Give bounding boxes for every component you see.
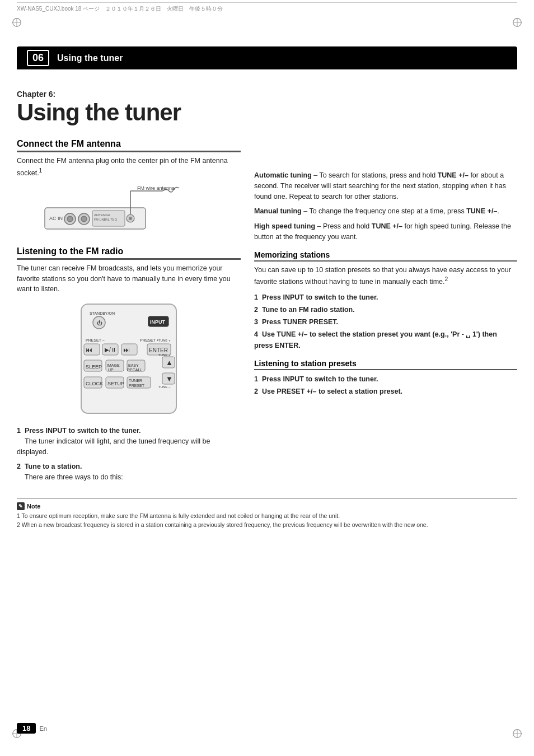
- step-1: 1 Press INPUT to switch to the tuner. Th…: [17, 426, 241, 457]
- svg-text:⏮: ⏮: [86, 346, 92, 354]
- svg-text:AC IN: AC IN: [49, 216, 63, 221]
- svg-text:TUNE +: TUNE +: [158, 339, 171, 342]
- right-column: Automatic tuning – To search for station…: [254, 81, 517, 487]
- connect-fm-heading: Connect the FM antenna: [17, 139, 241, 152]
- svg-text:INPUT: INPUT: [150, 319, 166, 325]
- svg-text:SLEEP: SLEEP: [86, 364, 102, 370]
- antenna-diagram: AC IN ANTENNA FM UNBAL 75 Ω: [28, 185, 241, 237]
- svg-text:IMAGE: IMAGE: [107, 363, 120, 367]
- svg-text:TUNER: TUNER: [129, 379, 142, 382]
- memorizing-intro: You can save up to 10 station presets so…: [254, 265, 517, 288]
- svg-text:CLOCK: CLOCK: [86, 381, 103, 386]
- connect-fm-section: Connect the FM antenna Connect the FM an…: [17, 139, 241, 237]
- left-column: Chapter 6: Using the tuner Connect the F…: [17, 81, 241, 487]
- svg-text:TUNE +: TUNE +: [158, 353, 171, 357]
- note-icon: ✎: [17, 502, 25, 510]
- svg-text:PRESET: PRESET: [129, 384, 145, 388]
- meta-line: XW-NAS5_CUXJ.book 18 ページ ２０１０年１月２６日 火曜日 …: [17, 2, 517, 13]
- memorizing-step-4: 4 Use TUNE +/– to select the station pre…: [254, 329, 517, 351]
- svg-point-17: [81, 216, 87, 222]
- main-content: Chapter 6: Using the tuner Connect the F…: [17, 81, 517, 487]
- svg-point-22: [129, 217, 132, 220]
- memorizing-steps-list: 1 Press INPUT to switch to the tuner. 2 …: [254, 292, 517, 351]
- page-footer: 18 En: [17, 723, 47, 734]
- note-title: ✎ Note: [17, 502, 517, 510]
- svg-text:PRESET +: PRESET +: [140, 338, 159, 342]
- page-number: 18: [17, 723, 36, 734]
- svg-text:STANDBY/ON: STANDBY/ON: [90, 311, 115, 315]
- connect-fm-body: Connect the FM antenna plug onto the cen…: [17, 156, 241, 179]
- chapter-label: Chapter 6:: [17, 90, 241, 99]
- corner-mark-tl: [11, 17, 22, 28]
- preset-step-2: 2 Use PRESET +/– to select a station pre…: [254, 386, 517, 397]
- high-speed-tuning-para: High speed tuning – Press and hold TUNE …: [254, 221, 517, 242]
- note-section: ✎ Note 1 To ensure optimum reception, ma…: [17, 498, 517, 530]
- svg-text:FM UNBAL 75 Ω: FM UNBAL 75 Ω: [94, 218, 117, 221]
- chapter-big-title: Using the tuner: [17, 100, 241, 125]
- listening-fm-body: The tuner can receive FM broadcasts, and…: [17, 263, 241, 295]
- svg-text:▲: ▲: [166, 358, 173, 367]
- svg-text:SETUP: SETUP: [107, 381, 124, 386]
- manual-tuning-para: Manual tuning – To change the frequency …: [254, 206, 517, 217]
- memorizing-step-2: 2 Tune to an FM radio station.: [254, 304, 517, 315]
- svg-text:⏻: ⏻: [97, 320, 102, 326]
- page-lang: En: [39, 725, 46, 732]
- svg-point-15: [67, 216, 73, 222]
- svg-text:PRESET –: PRESET –: [86, 338, 105, 342]
- step-2: 2 Tune to a station. There are three way…: [17, 461, 241, 483]
- chapter-number: 06: [27, 50, 49, 66]
- listening-fm-heading: Listening to the FM radio: [17, 246, 241, 260]
- remote-diagram: STANDBY/ON ⏻ INPUT PRESET – PRESET + ⏮: [17, 301, 241, 419]
- svg-text:ANTENNA: ANTENNA: [94, 213, 110, 217]
- svg-text:UP: UP: [108, 368, 114, 372]
- memorizing-step-1: 1 Press INPUT to switch to the tuner.: [254, 292, 517, 303]
- svg-text:EASY: EASY: [128, 363, 139, 367]
- memorizing-heading: Memorizing stations: [254, 250, 517, 262]
- listening-presets-heading: Listening to station presets: [254, 359, 517, 370]
- corner-mark-br: [512, 728, 523, 739]
- memorizing-step-3: 3 Press TUNER PRESET.: [254, 316, 517, 328]
- chapter-header-bar: 06 Using the tuner: [17, 46, 517, 69]
- preset-step-1: 1 Press INPUT to switch to the tuner.: [254, 374, 517, 385]
- svg-text:FM wire antenna: FM wire antenna: [137, 185, 175, 191]
- svg-text:TUNE –: TUNE –: [158, 385, 171, 389]
- svg-text:RECALL: RECALL: [127, 368, 142, 372]
- note-text-1: 1 To ensure optimum reception, make sure…: [17, 512, 517, 521]
- svg-text:▶/⏸: ▶/⏸: [105, 347, 116, 353]
- header-chapter-title: Using the tuner: [57, 53, 123, 63]
- svg-text:▼: ▼: [166, 375, 173, 383]
- corner-mark-tr: [512, 17, 523, 28]
- listening-fm-section: Listening to the FM radio The tuner can …: [17, 246, 241, 483]
- auto-tuning-para: Automatic tuning – To search for station…: [254, 170, 517, 202]
- presets-steps-list: 1 Press INPUT to switch to the tuner. 2 …: [254, 374, 517, 397]
- svg-text:⏭: ⏭: [123, 346, 130, 354]
- svg-text:ENTER: ENTER: [149, 347, 168, 353]
- note-text-2: 2 When a new broadcast frequency is stor…: [17, 521, 517, 530]
